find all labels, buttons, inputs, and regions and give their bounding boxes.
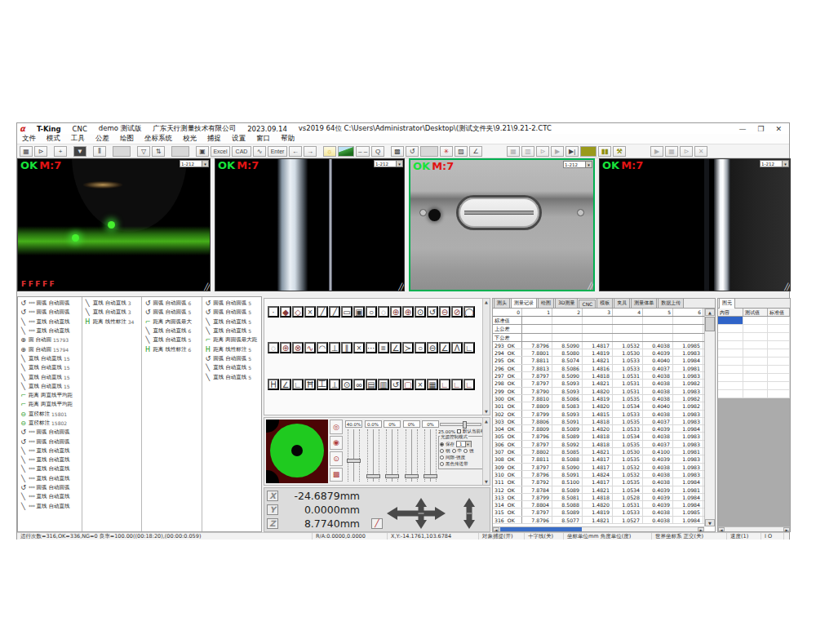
feature-list-item[interactable]: ╲***直线自动直线 [18,464,82,473]
camera-view-2[interactable]: OKM:7 1-212▾ ╱╱ [215,158,405,291]
grid-cell[interactable] [613,334,643,341]
tab-4[interactable]: 3D测量 [555,299,578,308]
feature-list-item[interactable]: ╲***直线自动直线 [18,318,82,326]
cross-tool-icon[interactable]: × [353,342,365,353]
play-2-button[interactable]: ▶ [650,146,663,157]
scroll-left-icon[interactable]: ◀ [493,527,499,531]
slider-thumb[interactable] [385,474,399,478]
resize-grip-icon[interactable]: ╱╱ [204,283,209,291]
report-tool-icon[interactable]: ▤ [366,379,377,390]
snapshot-blank-button[interactable] [171,146,189,157]
line-tool-icon[interactable]: ╱ [317,306,328,318]
elements-row[interactable] [718,325,790,333]
grid-cell[interactable] [522,325,552,332]
elements-cell[interactable] [743,366,768,373]
circle-tool-icon[interactable]: ○ [366,306,377,318]
enter-key-button[interactable]: Enter [268,146,287,157]
grid-cell[interactable] [673,325,703,332]
ellipse-tool-icon[interactable]: ◯ [463,306,475,318]
maximize-button[interactable]: ❐ [757,125,764,133]
feature-list-item[interactable]: ╲***直线自动直线 [18,492,82,501]
grid-cell[interactable] [613,317,643,324]
feature-list-item[interactable]: H距离线性标注6 [142,344,202,353]
dash-dash-button[interactable]: ‒ ‒ [356,146,370,157]
tab-3[interactable]: 绘图 [538,299,554,308]
tools-scrollbar[interactable]: ▲▼ [482,299,490,415]
save-file-button[interactable]: ▦ [20,146,33,157]
menu-item-9[interactable]: 设置 [232,134,246,144]
menu-item-11[interactable]: 帮助 [281,134,295,144]
feature-list-item[interactable]: ↺***圆弧自动圆弧 [18,437,82,446]
dither-box-button[interactable]: ▨ [455,146,468,157]
camera-view-1[interactable]: OKM:7 1-212▾ FFFFF ╱╱ [17,158,211,291]
feature-list-item[interactable]: ╲***直线自动直线 [18,474,82,483]
elements-cell[interactable] [743,341,768,349]
feature-list-item[interactable]: ╲直线自动直线6 [142,326,202,335]
slider-thumb[interactable] [463,421,467,429]
resize-grip-icon[interactable]: ╱╱ [784,283,789,291]
rect-tool-icon[interactable]: ▭ [341,306,353,318]
tab-6[interactable]: 模板 [596,299,613,308]
grid-cell[interactable] [613,325,643,332]
elements-cell[interactable] [768,341,790,349]
open-2-button[interactable]: ⊳ [680,146,693,157]
ring-light-center[interactable] [291,445,303,456]
tab-8[interactable]: 测量体单 [631,299,657,308]
elements-cell[interactable] [718,374,743,381]
save-2-button[interactable]: ▦ [665,146,678,157]
elements-cell[interactable] [743,349,768,357]
camera-magnification-select[interactable]: 1-212▾ [760,160,789,167]
angle-tool-2-icon[interactable]: ∠ [390,342,401,353]
elements-cell[interactable] [743,333,768,340]
edge-detect-button[interactable]: ▽ [137,146,150,157]
minimize-button[interactable]: — [738,125,746,133]
resize-grip-icon[interactable]: ╱╱ [398,283,403,291]
table-row[interactable]: 302OK7.87998.50931.48151.05330.40381.098… [493,411,715,418]
ring-light-quadrant-button[interactable]: ⊙ [330,451,343,466]
arrow-left-button[interactable]: ← [289,146,302,157]
table-row[interactable]: 301OK7.88098.50831.48201.05340.40401.098… [493,402,715,410]
pick-tool-icon[interactable]: ◆ [280,306,291,318]
feature-list-item[interactable]: ╲***直线自动直线 [18,446,82,455]
light-scrollbar[interactable]: ▲▼ [482,418,490,485]
elements-row[interactable] [718,374,790,382]
closed-curve-tool-icon[interactable]: ◠ [317,342,328,353]
grid-cell[interactable] [583,325,613,332]
feature-list-item[interactable]: ╲***直线自动直线 [18,502,82,511]
feature-list-item[interactable]: ╲直线自动直线3 [82,299,142,308]
point-tool-icon[interactable]: · [268,306,279,318]
run-open-button[interactable]: ⊳ [536,146,549,157]
tab-5[interactable]: CNC [579,300,596,308]
tab-elements[interactable]: 图元 [719,298,735,309]
circle-dashed-tool-icon[interactable]: ◌ [378,306,389,318]
run-stop-button[interactable]: ■ [580,146,596,157]
perp-distance-tool-icon[interactable]: ⊥ [329,379,340,390]
projection-tool-icon[interactable]: ≻ [402,342,414,353]
run-save-button[interactable]: ▦ [507,146,520,157]
camera-magnification-select[interactable]: 1-212▾ [180,160,209,167]
feature-list-item[interactable]: ╲直线自动直线15 [18,354,82,363]
light-slider-track[interactable] [424,429,437,482]
table-row[interactable]: 295OK7.88118.50741.48211.05330.40401.098… [493,357,715,364]
parallel-tool-icon[interactable]: ∥ [341,342,353,353]
table-row[interactable]: 316OK7.87968.50771.48211.05270.40381.098… [493,517,715,524]
menu-item-6[interactable]: 坐标系统 [144,134,172,144]
open-file-button[interactable]: ⊳ [34,146,47,157]
cut-2-button[interactable]: ✕ [694,146,707,157]
feature-list-item[interactable]: ↺圆弧自动圆弧5 [202,299,261,308]
tab-9[interactable]: 数据上传 [658,299,684,308]
menu-item-7[interactable]: 校光 [183,134,197,144]
slider-thumb[interactable] [405,474,419,478]
feature-list-item[interactable]: ╲***直线自动直线 [18,326,82,335]
elements-cell[interactable] [718,358,743,365]
elements-cell[interactable] [743,390,768,398]
elements-row[interactable] [718,349,790,358]
feature-list-item[interactable]: ╲直线自动直线15 [18,372,82,381]
feature-list-item[interactable]: ↺圆弧自动圆弧5 [142,308,202,317]
symmetry-tool-icon[interactable]: ∞ [353,379,365,390]
elements-cell[interactable] [743,374,768,381]
vertex-angle-tool-icon[interactable]: Λ [451,342,463,353]
jog-arrows[interactable] [385,496,483,531]
grid-cell[interactable] [552,325,583,332]
arc-tool-icon[interactable]: ↺ [427,306,438,318]
